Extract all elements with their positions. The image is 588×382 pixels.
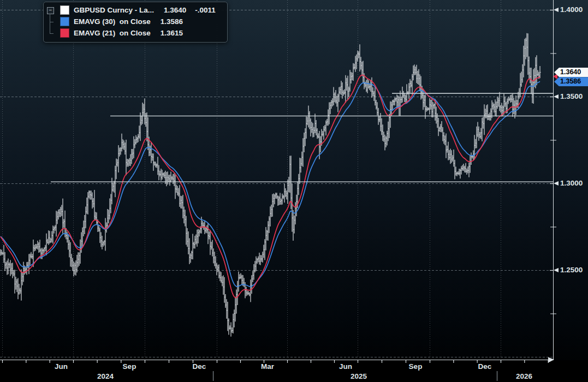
axes [0,0,559,363]
legend-row-emavg30[interactable]: EMAVG (30) on Close 1.3586 [60,16,222,27]
legend-collapse-icon[interactable]: − [47,7,54,14]
legend-row-gbpusd[interactable]: GBPUSD Curncy - La... 1.3640 -.0011 [60,4,222,16]
legend-tree-stub [50,22,54,22]
y-axis-tick-arrow-icon [554,94,559,99]
legend-label: EMAVG (30) on Close [74,17,151,26]
y-axis-tick-arrow-icon [554,181,559,186]
y-axis-tick-arrow-icon [554,8,559,12]
legend-tree-line [50,14,50,34]
x-axis-month-label: Jun [339,362,352,371]
legend-last-value: 1.3586 [161,17,183,26]
last-price-tag: 1.3640 [554,68,588,77]
x-axis-year-label: 2025 [351,372,367,380]
x-axis-month-label: Dec [478,362,492,371]
x-axis-year-label: 2024 [97,372,114,380]
legend-label: GBPUSD Curncy - La... [74,6,154,14]
y-axis-price-label: 1.4000 [560,5,583,14]
y-axis-price-label: 1.3000 [560,179,583,188]
legend-last-value: 1.3640 [164,6,186,14]
emavg21-series-swatch-icon [60,28,69,38]
legend-tree-stub [50,33,54,34]
x-axis-month-label: Jun [55,362,68,371]
x-axis-month-label: Dec [193,362,206,371]
price-chart-canvas[interactable] [0,0,588,382]
ema30-line [1,81,540,286]
x-axis-month-label: Mar [261,362,274,371]
gridlines [0,0,553,357]
y-axis-price-label: 1.2500 [560,266,583,274]
legend-label: EMAVG (21) on Close [74,29,151,37]
chart-legend[interactable]: − GBPUSD Curncy - La... 1.3640 -.0011 EM… [43,2,228,43]
terminal-chart-window: { "legend": { "expander_icon": "collapse… [0,0,588,382]
emavg30-series-swatch-icon [60,17,69,26]
year-separator-line [497,371,497,381]
gbpusd-series-swatch-icon [60,5,69,15]
legend-row-emavg21[interactable]: EMAVG (21) on Close 1.3615 [60,27,222,39]
y-axis-price-label: 1.3500 [560,92,583,101]
x-axis-year-label: 2026 [516,372,532,380]
ema30-price-tag: 1.3586 [554,77,588,86]
price-bars [1,33,541,337]
x-axis-month-label: Sep [409,362,423,371]
legend-last-value: 1.3615 [161,29,183,37]
year-separator-line [213,371,213,381]
y-axis-tick-arrow-icon [554,268,559,272]
x-axis-month-label: Sep [123,362,136,371]
legend-change-value: -.0011 [195,6,216,14]
ema21-line [1,75,540,298]
